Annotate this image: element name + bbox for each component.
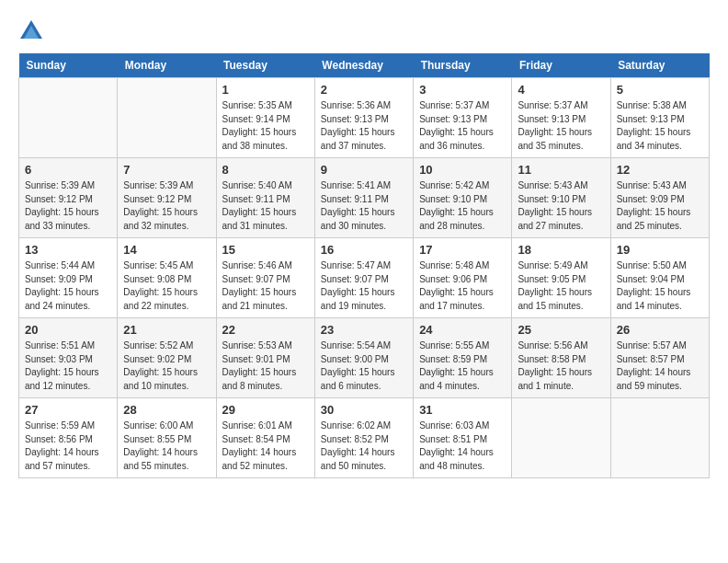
calendar-cell xyxy=(610,398,709,478)
day-number: 18 xyxy=(518,243,604,257)
day-info: Sunrise: 5:47 AMSunset: 9:07 PMDaylight:… xyxy=(321,259,407,313)
calendar-cell: 2Sunrise: 5:36 AMSunset: 9:13 PMDaylight… xyxy=(314,78,413,158)
day-number: 19 xyxy=(617,243,703,257)
day-info: Sunrise: 5:35 AMSunset: 9:14 PMDaylight:… xyxy=(222,99,309,153)
calendar-cell: 20Sunrise: 5:51 AMSunset: 9:03 PMDayligh… xyxy=(19,318,118,398)
calendar-cell: 5Sunrise: 5:38 AMSunset: 9:13 PMDaylight… xyxy=(610,78,709,158)
day-number: 8 xyxy=(222,163,309,177)
calendar-cell: 29Sunrise: 6:01 AMSunset: 8:54 PMDayligh… xyxy=(216,398,314,478)
day-number: 29 xyxy=(222,403,309,417)
day-info: Sunrise: 5:39 AMSunset: 9:12 PMDaylight:… xyxy=(25,179,111,233)
day-number: 30 xyxy=(321,403,407,417)
calendar-cell: 18Sunrise: 5:49 AMSunset: 9:05 PMDayligh… xyxy=(512,238,610,318)
calendar-cell xyxy=(19,78,118,158)
calendar-cell: 1Sunrise: 5:35 AMSunset: 9:14 PMDaylight… xyxy=(216,78,314,158)
day-info: Sunrise: 5:38 AMSunset: 9:13 PMDaylight:… xyxy=(617,99,703,153)
day-number: 17 xyxy=(419,243,506,257)
day-info: Sunrise: 6:02 AMSunset: 8:52 PMDaylight:… xyxy=(321,419,407,473)
weekday-header-row: SundayMondayTuesdayWednesdayThursdayFrid… xyxy=(19,53,710,78)
logo xyxy=(18,18,48,44)
day-number: 5 xyxy=(617,83,703,97)
weekday-header-saturday: Saturday xyxy=(610,53,709,78)
day-info: Sunrise: 5:51 AMSunset: 9:03 PMDaylight:… xyxy=(25,339,111,393)
day-info: Sunrise: 5:36 AMSunset: 9:13 PMDaylight:… xyxy=(321,99,407,153)
day-number: 4 xyxy=(518,83,604,97)
day-number: 10 xyxy=(419,163,506,177)
day-number: 22 xyxy=(222,323,309,337)
calendar-cell: 23Sunrise: 5:54 AMSunset: 9:00 PMDayligh… xyxy=(314,318,413,398)
day-number: 12 xyxy=(617,163,703,177)
day-number: 24 xyxy=(419,323,506,337)
day-number: 13 xyxy=(25,243,111,257)
calendar-cell: 16Sunrise: 5:47 AMSunset: 9:07 PMDayligh… xyxy=(314,238,413,318)
calendar-cell: 4Sunrise: 5:37 AMSunset: 9:13 PMDaylight… xyxy=(512,78,610,158)
day-number: 9 xyxy=(321,163,407,177)
calendar-cell: 10Sunrise: 5:42 AMSunset: 9:10 PMDayligh… xyxy=(414,158,512,238)
day-number: 20 xyxy=(25,323,111,337)
calendar-cell: 13Sunrise: 5:44 AMSunset: 9:09 PMDayligh… xyxy=(19,238,118,318)
day-number: 31 xyxy=(419,403,506,417)
calendar-cell: 17Sunrise: 5:48 AMSunset: 9:06 PMDayligh… xyxy=(414,238,512,318)
calendar-cell: 30Sunrise: 6:02 AMSunset: 8:52 PMDayligh… xyxy=(314,398,413,478)
day-number: 1 xyxy=(222,83,309,97)
calendar-cell: 8Sunrise: 5:40 AMSunset: 9:11 PMDaylight… xyxy=(216,158,314,238)
week-row-1: 1Sunrise: 5:35 AMSunset: 9:14 PMDaylight… xyxy=(19,78,710,158)
calendar-cell: 25Sunrise: 5:56 AMSunset: 8:58 PMDayligh… xyxy=(512,318,610,398)
day-info: Sunrise: 5:37 AMSunset: 9:13 PMDaylight:… xyxy=(419,99,506,153)
day-info: Sunrise: 5:41 AMSunset: 9:11 PMDaylight:… xyxy=(321,179,407,233)
calendar-cell: 11Sunrise: 5:43 AMSunset: 9:10 PMDayligh… xyxy=(512,158,610,238)
day-info: Sunrise: 5:50 AMSunset: 9:04 PMDaylight:… xyxy=(617,259,703,313)
day-info: Sunrise: 5:48 AMSunset: 9:06 PMDaylight:… xyxy=(419,259,506,313)
day-info: Sunrise: 5:53 AMSunset: 9:01 PMDaylight:… xyxy=(222,339,309,393)
day-info: Sunrise: 5:57 AMSunset: 8:57 PMDaylight:… xyxy=(617,339,703,393)
day-number: 15 xyxy=(222,243,309,257)
day-number: 26 xyxy=(617,323,703,337)
day-info: Sunrise: 5:45 AMSunset: 9:08 PMDaylight:… xyxy=(123,259,210,313)
week-row-3: 13Sunrise: 5:44 AMSunset: 9:09 PMDayligh… xyxy=(19,238,710,318)
week-row-2: 6Sunrise: 5:39 AMSunset: 9:12 PMDaylight… xyxy=(19,158,710,238)
day-number: 16 xyxy=(321,243,407,257)
calendar-cell: 6Sunrise: 5:39 AMSunset: 9:12 PMDaylight… xyxy=(19,158,118,238)
day-info: Sunrise: 5:37 AMSunset: 9:13 PMDaylight:… xyxy=(518,99,604,153)
day-number: 7 xyxy=(123,163,210,177)
day-number: 6 xyxy=(25,163,111,177)
calendar-cell: 9Sunrise: 5:41 AMSunset: 9:11 PMDaylight… xyxy=(314,158,413,238)
calendar-cell: 3Sunrise: 5:37 AMSunset: 9:13 PMDaylight… xyxy=(414,78,512,158)
day-number: 3 xyxy=(419,83,506,97)
day-number: 14 xyxy=(123,243,210,257)
calendar-cell: 15Sunrise: 5:46 AMSunset: 9:07 PMDayligh… xyxy=(216,238,314,318)
page-header xyxy=(18,18,710,44)
day-info: Sunrise: 5:54 AMSunset: 9:00 PMDaylight:… xyxy=(321,339,407,393)
calendar-cell: 12Sunrise: 5:43 AMSunset: 9:09 PMDayligh… xyxy=(610,158,709,238)
day-info: Sunrise: 6:01 AMSunset: 8:54 PMDaylight:… xyxy=(222,419,309,473)
calendar-cell xyxy=(118,78,216,158)
day-info: Sunrise: 5:49 AMSunset: 9:05 PMDaylight:… xyxy=(518,259,604,313)
day-number: 2 xyxy=(321,83,407,97)
day-info: Sunrise: 5:46 AMSunset: 9:07 PMDaylight:… xyxy=(222,259,309,313)
day-info: Sunrise: 6:00 AMSunset: 8:55 PMDaylight:… xyxy=(123,419,210,473)
day-info: Sunrise: 5:43 AMSunset: 9:10 PMDaylight:… xyxy=(518,179,604,233)
week-row-5: 27Sunrise: 5:59 AMSunset: 8:56 PMDayligh… xyxy=(19,398,710,478)
weekday-header-friday: Friday xyxy=(512,53,610,78)
day-number: 11 xyxy=(518,163,604,177)
calendar-cell xyxy=(512,398,610,478)
day-info: Sunrise: 5:39 AMSunset: 9:12 PMDaylight:… xyxy=(123,179,210,233)
day-info: Sunrise: 5:40 AMSunset: 9:11 PMDaylight:… xyxy=(222,179,309,233)
calendar-cell: 31Sunrise: 6:03 AMSunset: 8:51 PMDayligh… xyxy=(414,398,512,478)
calendar-cell: 14Sunrise: 5:45 AMSunset: 9:08 PMDayligh… xyxy=(118,238,216,318)
calendar-cell: 26Sunrise: 5:57 AMSunset: 8:57 PMDayligh… xyxy=(610,318,709,398)
day-info: Sunrise: 5:56 AMSunset: 8:58 PMDaylight:… xyxy=(518,339,604,393)
weekday-header-thursday: Thursday xyxy=(414,53,512,78)
day-number: 25 xyxy=(518,323,604,337)
day-info: Sunrise: 5:59 AMSunset: 8:56 PMDaylight:… xyxy=(25,419,111,473)
day-info: Sunrise: 5:42 AMSunset: 9:10 PMDaylight:… xyxy=(419,179,506,233)
weekday-header-monday: Monday xyxy=(118,53,216,78)
calendar-cell: 21Sunrise: 5:52 AMSunset: 9:02 PMDayligh… xyxy=(118,318,216,398)
day-number: 27 xyxy=(25,403,111,417)
calendar-cell: 19Sunrise: 5:50 AMSunset: 9:04 PMDayligh… xyxy=(610,238,709,318)
day-number: 28 xyxy=(123,403,210,417)
week-row-4: 20Sunrise: 5:51 AMSunset: 9:03 PMDayligh… xyxy=(19,318,710,398)
day-info: Sunrise: 5:55 AMSunset: 8:59 PMDaylight:… xyxy=(419,339,506,393)
day-info: Sunrise: 5:43 AMSunset: 9:09 PMDaylight:… xyxy=(617,179,703,233)
calendar-cell: 24Sunrise: 5:55 AMSunset: 8:59 PMDayligh… xyxy=(414,318,512,398)
